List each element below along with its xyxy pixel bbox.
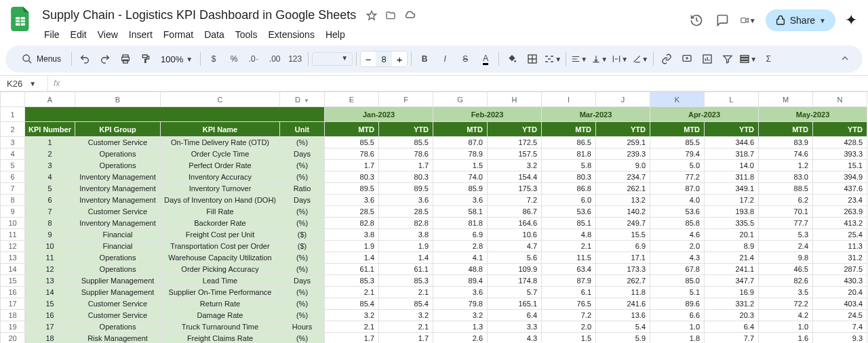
cell[interactable]: 241.6: [596, 298, 650, 310]
filter-views-icon[interactable]: ▼: [738, 49, 757, 68]
row-header[interactable]: 20: [1, 333, 25, 344]
cell[interactable]: 8.9: [705, 241, 759, 252]
decrease-decimal-icon[interactable]: .0←: [245, 49, 264, 68]
cell[interactable]: Supplier On-Time Performance: [161, 287, 280, 298]
cell[interactable]: 87.9: [542, 275, 596, 287]
cell[interactable]: 4.0: [650, 195, 705, 206]
cell[interactable]: 1.5: [433, 160, 488, 172]
cell[interactable]: 85.4: [325, 298, 379, 310]
cell[interactable]: 67.8: [650, 264, 705, 275]
row-header[interactable]: 13: [1, 252, 25, 264]
cell[interactable]: Operations: [75, 321, 161, 333]
cell[interactable]: Operations: [75, 264, 161, 275]
cell[interactable]: 16.9: [705, 287, 759, 298]
cell[interactable]: Financial: [75, 229, 161, 241]
cell[interactable]: Warehouse Capacity Utilization: [161, 252, 280, 264]
cell[interactable]: 11.5: [542, 252, 596, 264]
cell[interactable]: 15.5: [596, 229, 650, 241]
cell[interactable]: 5.1: [650, 287, 705, 298]
print-icon[interactable]: [116, 49, 135, 68]
cell[interactable]: 4.2: [759, 310, 813, 321]
cell[interactable]: Customer Service: [75, 137, 161, 148]
fill-color-icon[interactable]: [502, 49, 521, 68]
cell[interactable]: 349.1: [705, 183, 759, 195]
cell[interactable]: 1.7: [325, 160, 379, 172]
cell[interactable]: 72.2: [759, 298, 813, 310]
italic-icon[interactable]: I: [435, 49, 454, 68]
cell[interactable]: 23.4: [813, 195, 867, 206]
cell[interactable]: 109.9: [488, 264, 542, 275]
cell[interactable]: 3: [25, 160, 75, 172]
paint-format-icon[interactable]: [136, 49, 155, 68]
cell[interactable]: 46.5: [759, 264, 813, 275]
cell[interactable]: 2: [25, 148, 75, 160]
menu-insert[interactable]: Insert: [124, 26, 157, 43]
sheets-logo[interactable]: [7, 5, 34, 33]
share-button[interactable]: Share ▼: [766, 9, 835, 31]
cell[interactable]: 12: [25, 264, 75, 275]
functions-icon[interactable]: Σ: [759, 49, 778, 68]
col-header[interactable]: H: [488, 92, 542, 107]
cell[interactable]: (%): [280, 218, 325, 229]
cell[interactable]: 1.5: [542, 333, 596, 344]
row-header[interactable]: 3: [1, 137, 25, 148]
cell[interactable]: 11.8: [596, 287, 650, 298]
cell[interactable]: 15.1: [813, 160, 867, 172]
row-header[interactable]: 18: [1, 310, 25, 321]
cell[interactable]: 3.6: [433, 195, 488, 206]
document-title[interactable]: Supply Chain - Logistics KPI Dashboard i…: [39, 7, 359, 24]
cell[interactable]: 241.1: [705, 264, 759, 275]
cell[interactable]: 1.9: [325, 241, 379, 252]
cell[interactable]: Days of Inventory on Hand (DOH): [161, 195, 280, 206]
cell[interactable]: 87.0: [650, 183, 705, 195]
col-header[interactable]: N: [813, 92, 867, 107]
cell[interactable]: 4.6: [650, 229, 705, 241]
cell[interactable]: 6.9: [596, 241, 650, 252]
cell[interactable]: 5.9: [596, 333, 650, 344]
cell[interactable]: 16: [25, 310, 75, 321]
cell[interactable]: 318.7: [705, 148, 759, 160]
more-formats-icon[interactable]: 123: [285, 49, 304, 68]
cell[interactable]: Inventory Accuracy: [161, 172, 280, 183]
cell[interactable]: 393.3: [813, 148, 867, 160]
menu-view[interactable]: View: [93, 26, 123, 43]
cell[interactable]: 80.3: [542, 172, 596, 183]
cell[interactable]: 80.3: [325, 172, 379, 183]
cell[interactable]: 4.1: [433, 252, 488, 264]
cell[interactable]: 85.5: [650, 137, 705, 148]
col-header[interactable]: G: [433, 92, 488, 107]
cell[interactable]: 234.7: [596, 172, 650, 183]
cell[interactable]: 85.1: [542, 218, 596, 229]
cell[interactable]: 61.1: [325, 264, 379, 275]
cell[interactable]: 344.6: [705, 137, 759, 148]
cell[interactable]: 262.7: [596, 275, 650, 287]
cell[interactable]: 1.7: [379, 333, 433, 344]
cell[interactable]: 262.1: [596, 183, 650, 195]
cell[interactable]: Lead Time: [161, 275, 280, 287]
cell[interactable]: 3.8: [325, 229, 379, 241]
cell[interactable]: (%): [280, 298, 325, 310]
cell[interactable]: 259.1: [596, 137, 650, 148]
row-header[interactable]: 11: [1, 229, 25, 241]
cell[interactable]: 347.7: [705, 275, 759, 287]
move-folder-icon[interactable]: [384, 9, 397, 22]
wrap-icon[interactable]: ▼: [610, 49, 629, 68]
cell[interactable]: Ratio: [280, 183, 325, 195]
cell[interactable]: 6.1: [542, 287, 596, 298]
cell[interactable]: 3.3: [488, 321, 542, 333]
cell[interactable]: 11: [25, 252, 75, 264]
cell[interactable]: 1.7: [379, 160, 433, 172]
cell[interactable]: 13: [25, 275, 75, 287]
increase-decimal-icon[interactable]: .00: [265, 49, 284, 68]
row-header[interactable]: 9: [1, 206, 25, 218]
cell[interactable]: 7.4: [813, 321, 867, 333]
cell[interactable]: 82.8: [379, 218, 433, 229]
cell[interactable]: Hours: [280, 321, 325, 333]
cell[interactable]: 6: [25, 195, 75, 206]
cell[interactable]: 13.6: [596, 310, 650, 321]
cell[interactable]: 85.0: [650, 275, 705, 287]
zoom-select[interactable]: 100%▼: [157, 54, 197, 64]
cell[interactable]: 25.4: [813, 229, 867, 241]
row-header[interactable]: 5: [1, 160, 25, 172]
cell[interactable]: 3.2: [433, 310, 488, 321]
